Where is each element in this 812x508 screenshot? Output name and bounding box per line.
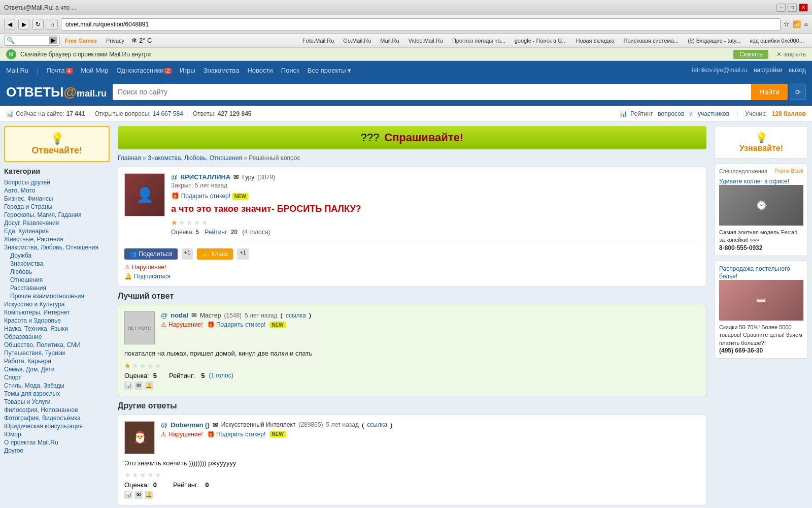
best-votes-link[interactable]: (1 голос) <box>209 372 233 379</box>
promo-block-badge[interactable]: Promo Block <box>774 168 803 174</box>
forward-button[interactable]: ▶ <box>18 19 29 30</box>
settings-link[interactable]: настройки <box>754 67 783 74</box>
cat-nauka[interactable]: Наука, Техника, Языки <box>4 325 110 333</box>
star-icon[interactable]: ☆ <box>784 20 790 28</box>
cat-o-proektakh[interactable]: О проектах Mail.Ru <box>4 438 110 447</box>
best-sticker-link[interactable]: 🎁 Подарить стикер! <box>207 321 266 328</box>
cat-znakomstva-sub[interactable]: Знакомства <box>4 260 110 268</box>
cat-goroskopy[interactable]: Гороскопы, Магия, Гадания <box>4 211 110 219</box>
other-violation-link[interactable]: ⚠ Нарушение! <box>161 431 203 438</box>
cat-tovary[interactable]: Товары и Услуги <box>4 398 110 406</box>
cat-lubov[interactable]: Любовь <box>4 268 110 276</box>
cat-obshchestvo[interactable]: Общество, Политика, СМИ <box>4 341 110 349</box>
bookmark-search-system[interactable]: Поисковая система... <box>620 37 683 45</box>
violation-link[interactable]: ⚠ Нарушение! <box>124 264 700 271</box>
nav-vse-proekty[interactable]: Все проекты ▾ <box>308 67 352 74</box>
score-value[interactable]: 128 баллов <box>772 110 806 117</box>
question-rating-link[interactable]: Рейтинг <box>205 229 227 236</box>
search-submit-icon[interactable]: ▶ <box>49 37 57 44</box>
cat-dosug[interactable]: Досуг, Развлечения <box>4 219 110 227</box>
home-button[interactable]: ⌂ <box>47 19 58 30</box>
bookmark-go[interactable]: Go.Mail.Ru <box>339 37 375 45</box>
nav-pochta[interactable]: Почта4 <box>46 67 73 74</box>
subscribe-link[interactable]: 🔔 Подписаться <box>124 273 700 280</box>
close-button[interactable]: ✕ <box>799 4 808 12</box>
other-sticker-link[interactable]: 🎁 Подарить стикер! <box>207 431 266 438</box>
open-count[interactable]: 14 667 584 <box>153 110 183 117</box>
user-email[interactable]: letnikov.ilya@mail.ru <box>692 67 748 74</box>
cat-biznes[interactable]: Бизнес, Финансы <box>4 195 110 203</box>
cat-obrazovanie[interactable]: Образование <box>4 333 110 341</box>
cat-stil[interactable]: Стиль, Мода, Звёзды <box>4 382 110 390</box>
site-logo[interactable]: ОТВЕТЫ@mail.ru <box>6 84 107 100</box>
rating-questions-link[interactable]: вопросов <box>658 110 684 117</box>
ad1-title[interactable]: Удивите коллег в офисе! <box>719 178 789 185</box>
free-games-link[interactable]: Free Games <box>61 37 101 45</box>
nav-mailru[interactable]: Mail.Ru <box>6 67 28 74</box>
breadcrumb-category[interactable]: Знакомства, Любовь, Отношения <box>148 154 242 162</box>
cat-goroda[interactable]: Города и Страны <box>4 203 110 211</box>
cat-kompyutery[interactable]: Компьютеры, Интернет <box>4 308 110 316</box>
cat-krasota[interactable]: Красота и Здоровье <box>4 316 110 325</box>
nav-znakomstva[interactable]: Знакомства <box>204 67 240 74</box>
cat-semya[interactable]: Семья, Дом, Дети <box>4 365 110 373</box>
bookmark-inbox[interactable]: (9) Входящие - taty... <box>684 37 745 45</box>
cat-druzhba[interactable]: Дружба <box>4 251 110 260</box>
class-button[interactable]: 👍 Класс <box>197 248 233 260</box>
cat-puteshestviya[interactable]: Путешествия, Туризм <box>4 349 110 357</box>
bookmark-mail[interactable]: Mail.Ru <box>376 37 403 45</box>
nav-novosti[interactable]: Новости <box>247 67 273 74</box>
best-icon-3[interactable]: 🔔 <box>145 382 153 390</box>
best-icon-1[interactable]: 📊 <box>124 382 132 390</box>
ask-link[interactable]: Спрашивайте! <box>384 131 463 144</box>
cat-znakomstva[interactable]: Знакомства, Любовь, Отношения <box>4 243 110 251</box>
menu-icon[interactable]: ≡ <box>804 20 808 28</box>
best-icon-2[interactable]: ✉ <box>134 382 143 390</box>
bookmark-weather[interactable]: Прогноз погоды на... <box>448 37 510 45</box>
minimize-button[interactable]: – <box>776 4 786 12</box>
sticker-link[interactable]: Подарить стикер! <box>181 193 230 200</box>
cat-filosofiya[interactable]: Философия, Непознанное <box>4 406 110 414</box>
other-icon-3[interactable]: 🔔 <box>145 491 153 499</box>
rating-participants-link[interactable]: участников <box>698 110 729 117</box>
cat-yuridicheskaya[interactable]: Юридическая консультация <box>4 422 110 430</box>
download-button[interactable]: Скачать <box>733 50 768 59</box>
nav-odnoklassniki[interactable]: Одноклассники2 <box>117 67 172 74</box>
cat-drugoe[interactable]: Другое <box>4 447 110 455</box>
quick-search-input[interactable] <box>17 38 47 44</box>
nav-poisk[interactable]: Поиск <box>281 67 299 74</box>
question-user-link[interactable]: КРИСТАЛЛИНА <box>181 173 230 181</box>
answer-link[interactable]: Отвечайте! <box>31 145 82 155</box>
refresh-button[interactable]: ↻ <box>32 19 44 30</box>
share-button[interactable]: 👥 Поделиться <box>124 248 178 260</box>
question-votes[interactable]: (4 голоса) <box>242 229 270 236</box>
back-button[interactable]: ◀ <box>4 19 15 30</box>
cat-temy[interactable]: Темы для взрослых <box>4 390 110 398</box>
know-link[interactable]: Узнавайте! <box>739 144 783 152</box>
cat-otnosheniya[interactable]: Отношения <box>4 276 110 284</box>
bookmark-google[interactable]: google - Поиск в G... <box>511 37 571 45</box>
cat-eda[interactable]: Еда, Кулинария <box>4 227 110 235</box>
notification-close[interactable]: ✕ закрыть <box>776 51 806 58</box>
other-icon-1[interactable]: 📊 <box>124 491 132 499</box>
cat-sport[interactable]: Спорт <box>4 373 110 382</box>
cat-rabota[interactable]: Работа, Карьера <box>4 357 110 365</box>
cat-iskusstvo[interactable]: Искусство и Культура <box>4 300 110 308</box>
cat-avto[interactable]: Авто, Мото <box>4 186 110 195</box>
best-violation-link[interactable]: ⚠ Нарушение! <box>161 321 203 328</box>
best-answer-user-link[interactable]: nodal <box>171 311 188 319</box>
cat-yumor[interactable]: Юмор <box>4 430 110 438</box>
search-button[interactable]: Найти <box>751 84 788 100</box>
refresh-icon[interactable]: ⟳ <box>790 84 806 100</box>
breadcrumb-home[interactable]: Главная <box>118 154 141 162</box>
bookmark-foto[interactable]: Foto.Mail.Ru <box>298 37 338 45</box>
bookmark-video[interactable]: Video.Mail.Ru <box>404 37 447 45</box>
search-input[interactable] <box>113 84 751 100</box>
nav-moy-mir[interactable]: Мой Мир <box>81 67 108 74</box>
nav-igry[interactable]: Игры <box>180 67 195 74</box>
other-answer-link[interactable]: ссылка <box>367 421 387 428</box>
bookmark-newtab[interactable]: Новая вкладка <box>572 37 619 45</box>
maximize-button[interactable]: □ <box>788 4 797 12</box>
privacy-link[interactable]: Privacy <box>102 37 128 45</box>
other-answer-user-link[interactable]: Doberman () <box>171 421 210 429</box>
